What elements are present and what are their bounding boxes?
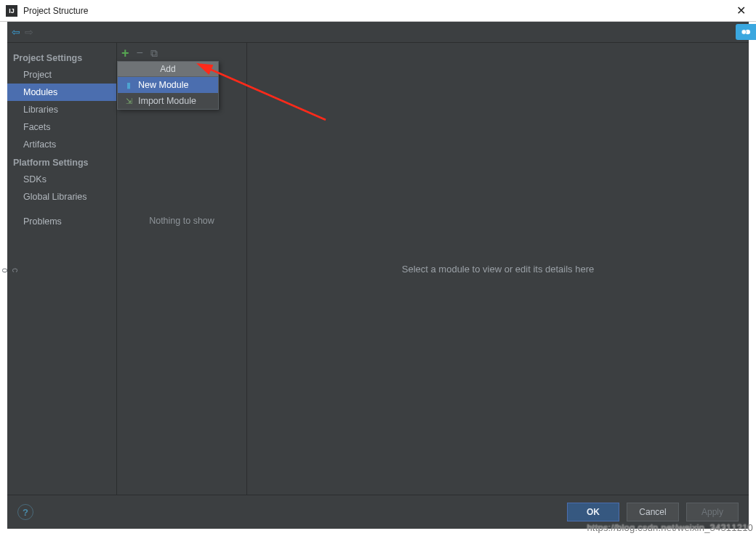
- module-toolbar: + − ⧉: [117, 43, 246, 63]
- title-bar: IJ Project Structure ✕: [0, 0, 756, 22]
- sidebar-item-sdks[interactable]: SDKs: [7, 171, 116, 188]
- sidebar: Project Settings Project Modules Librari…: [7, 43, 116, 495]
- app-icon: IJ: [6, 5, 17, 17]
- sidebar-item-libraries[interactable]: Libraries: [7, 101, 116, 118]
- remove-icon: −: [137, 46, 143, 60]
- sidebar-item-global-libraries[interactable]: Global Libraries: [7, 188, 116, 206]
- nav-toolbar: ⇦ ⇨: [7, 22, 749, 42]
- add-popup: Add ▮ New Module ⇲ Import Module: [117, 61, 219, 110]
- menu-import-module-label: Import Module: [138, 96, 196, 106]
- close-button[interactable]: ✕: [732, 4, 750, 17]
- section-platform-settings: Platform Settings: [7, 153, 116, 171]
- add-icon[interactable]: +: [121, 46, 129, 60]
- ok-button[interactable]: OK: [567, 503, 619, 521]
- apply-button[interactable]: Apply: [686, 503, 739, 521]
- sidebar-item-project[interactable]: Project: [7, 66, 116, 84]
- cancel-button[interactable]: Cancel: [627, 503, 679, 521]
- popup-title: Add: [118, 62, 218, 77]
- module-list-pane: + − ⧉ Nothing to show Add ▮ New Module ⇲…: [116, 43, 247, 495]
- back-icon[interactable]: ⇦: [12, 26, 20, 38]
- watermark: https://blog.csdn.net/weixin_34311210: [587, 522, 753, 533]
- menu-new-module[interactable]: ▮ New Module: [118, 77, 218, 93]
- section-project-settings: Project Settings: [7, 49, 116, 66]
- window-title: Project Structure: [23, 6, 732, 16]
- sidebar-item-facets[interactable]: Facets: [7, 118, 116, 136]
- import-icon: ⇲: [124, 96, 134, 106]
- forward-icon[interactable]: ⇨: [25, 26, 33, 38]
- folder-icon: ▮: [124, 80, 134, 90]
- left-gutter: oc: [0, 268, 20, 273]
- menu-new-module-label: New Module: [138, 80, 188, 90]
- extension-badge[interactable]: [736, 24, 756, 40]
- detail-pane: Select a module to view or edit its deta…: [247, 43, 749, 495]
- detail-message: Select a module to view or edit its deta…: [402, 264, 594, 275]
- sidebar-item-modules[interactable]: Modules: [7, 84, 116, 101]
- sidebar-item-problems[interactable]: Problems: [7, 213, 116, 230]
- sidebar-item-artifacts[interactable]: Artifacts: [7, 136, 116, 153]
- copy-icon: ⧉: [150, 47, 158, 60]
- menu-import-module[interactable]: ⇲ Import Module: [118, 93, 218, 109]
- help-icon[interactable]: ?: [17, 504, 33, 520]
- empty-state-text: Nothing to show: [117, 216, 246, 226]
